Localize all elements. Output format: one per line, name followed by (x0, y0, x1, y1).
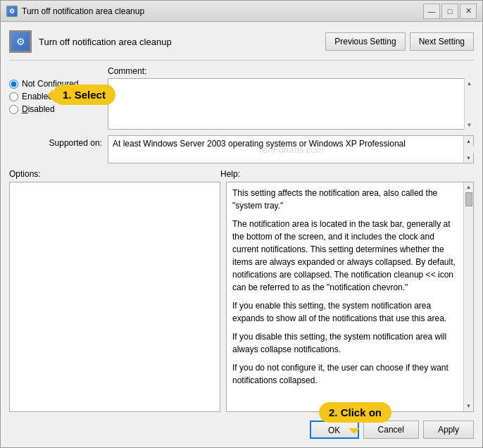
supported-scrollbar: ▲ ▼ (463, 136, 473, 163)
radio-disabled[interactable]: Disabled (9, 104, 108, 114)
radio-not-configured-label: Not Configured (22, 79, 79, 89)
comment-section: Comment: ▲ ▼ (108, 66, 474, 130)
radio-enabled-label: Enabled (22, 92, 53, 101)
help-scrollbar-up[interactable]: ▲ (464, 182, 474, 192)
help-scrollbar-thumb (465, 192, 472, 206)
header-row: ⚙ Turn off notification area cleanup Pre… (9, 30, 474, 53)
help-scrollbar: ▲ ▼ (463, 182, 473, 411)
main-window: ⚙ Turn off notification area cleanup — □… (0, 0, 483, 448)
ok-button[interactable]: OK (310, 421, 359, 439)
nav-buttons: Previous Setting Next Setting (325, 32, 474, 51)
options-panel (9, 182, 220, 412)
policy-title: Turn off notification area cleanup (39, 37, 325, 47)
comment-label: Comment: (108, 66, 474, 76)
supported-scrollbar-up[interactable]: ▲ (464, 136, 474, 146)
supported-row: Supported on: At least Windows Server 20… (9, 135, 474, 163)
help-para-2: The notification area is located in the … (232, 218, 460, 294)
supported-scrollbar-track (464, 146, 474, 153)
help-scrollbar-track (464, 192, 474, 402)
help-label: Help: (220, 169, 474, 179)
content-area: ⚙ Turn off notification area cleanup Pre… (1, 22, 482, 447)
apply-button[interactable]: Apply (423, 421, 474, 439)
radio-enabled-input[interactable] (9, 92, 18, 101)
next-setting-button[interactable]: Next Setting (410, 32, 474, 51)
help-para-3: If you enable this setting, the system n… (232, 299, 460, 325)
supported-label: Supported on: (9, 135, 108, 148)
radio-not-configured-input[interactable] (9, 80, 18, 89)
close-button[interactable]: ✕ (460, 4, 477, 19)
supported-box: At least Windows Server 2003 operating s… (108, 135, 474, 163)
bottom-panels: This setting affects the notification ar… (9, 182, 474, 412)
radio-group: Not Configured Enabled Disabled (9, 66, 108, 130)
radio-disabled-input[interactable] (9, 105, 18, 114)
radio-comment-row: Not Configured Enabled Disabled Comment:… (9, 66, 474, 130)
help-para-5: If you do not configure it, the user can… (232, 361, 460, 387)
window-title: Turn off notification area cleanup (22, 6, 423, 16)
maximize-button[interactable]: □ (441, 4, 458, 19)
comment-scrollbar: ▲ ▼ (464, 78, 474, 130)
supported-scrollbar-down[interactable]: ▼ (464, 153, 474, 163)
radio-enabled[interactable]: Enabled (9, 92, 108, 101)
cancel-button[interactable]: Cancel (363, 421, 419, 439)
policy-icon: ⚙ (9, 30, 32, 53)
window-icon: ⚙ (6, 6, 18, 17)
scrollbar-up-arrow[interactable]: ▲ (465, 78, 475, 88)
help-para-4: If you disable this setting, the system … (232, 330, 460, 356)
header-divider (9, 60, 474, 61)
options-label: Options: (9, 169, 220, 179)
minimize-button[interactable]: — (423, 4, 440, 19)
policy-icon-inner: ⚙ (11, 32, 30, 51)
scrollbar-track (465, 88, 475, 120)
title-bar: ⚙ Turn off notification area cleanup — □… (1, 1, 482, 22)
supported-value: At least Windows Server 2003 operating s… (113, 139, 406, 149)
window-controls: — □ ✕ (423, 4, 477, 19)
comment-textarea[interactable] (108, 78, 474, 130)
options-help-labels: Options: Help: (9, 169, 474, 179)
scrollbar-down-arrow[interactable]: ▼ (465, 120, 475, 130)
action-buttons: OK Cancel Apply (9, 418, 474, 439)
radio-not-configured[interactable]: Not Configured (9, 79, 108, 89)
help-scrollbar-down[interactable]: ▼ (464, 402, 474, 411)
prev-setting-button[interactable]: Previous Setting (325, 32, 405, 51)
help-para-1: This setting affects the notification ar… (232, 187, 460, 212)
radio-disabled-label: Disabled (22, 104, 55, 114)
help-panel: This setting affects the notification ar… (226, 182, 474, 412)
